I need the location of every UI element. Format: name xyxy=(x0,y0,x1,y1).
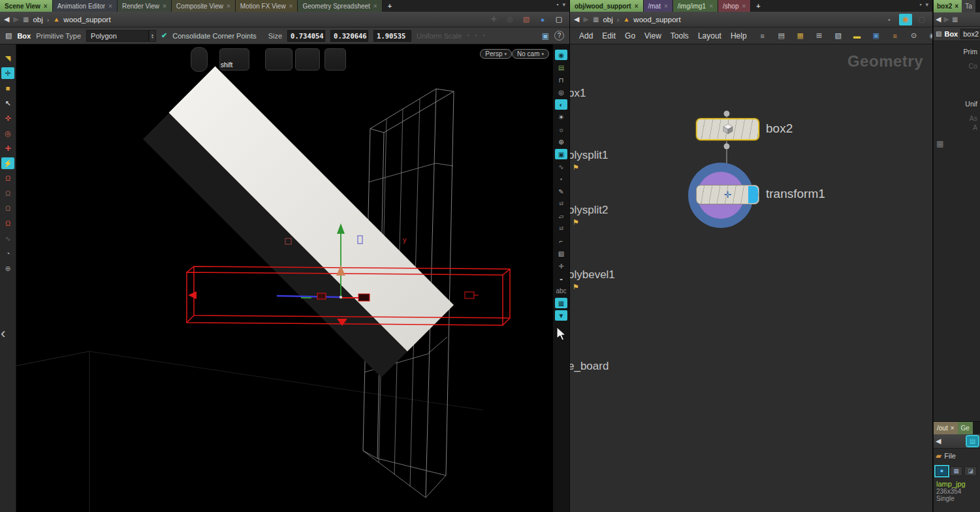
camera-menu[interactable]: No cam▾ xyxy=(512,49,549,59)
network-canvas[interactable]: Geometry ox1 olysplit1 ⚑ olysplit2 ⚑ oly… xyxy=(570,44,932,512)
box-tool-icon[interactable]: ■ xyxy=(1,82,14,94)
size-y-field[interactable]: 0.320646 xyxy=(330,30,368,42)
viewport-layout-icon[interactable]: ◉ xyxy=(555,50,567,60)
collapse-panel-arrow[interactable]: ‹ xyxy=(1,325,5,342)
prim-numbers-icon[interactable]: ¹² xyxy=(555,223,567,234)
node-name-field[interactable]: box2 xyxy=(960,29,980,39)
back-button[interactable]: ◀ xyxy=(574,15,579,24)
snap-magnet-icon[interactable]: Ω xyxy=(1,217,14,229)
visualizer-icon[interactable]: ▼ xyxy=(555,310,567,321)
close-icon[interactable]: × xyxy=(227,3,230,10)
select-tool-icon[interactable]: ↖ xyxy=(1,97,14,109)
handles-tool-icon[interactable]: ✜ xyxy=(1,112,14,124)
follow-badge-icon[interactable]: ◉ xyxy=(899,14,912,25)
info-icon[interactable]: ◒ xyxy=(555,273,567,283)
close-icon[interactable]: × xyxy=(108,3,112,10)
tab-shop[interactable]: /shop× xyxy=(718,0,751,12)
node-label-transform1[interactable]: transform1 xyxy=(766,187,825,201)
link-icon[interactable]: ◎ xyxy=(503,14,516,25)
size-x-field[interactable]: 0.734054 xyxy=(287,30,325,42)
node-transform1[interactable]: ✛ xyxy=(696,185,759,204)
lock-camera-icon[interactable]: ⊓ xyxy=(555,74,567,85)
list-mode-icon[interactable]: ▤ xyxy=(775,30,788,42)
dot-icon[interactable]: • xyxy=(555,174,567,184)
forward-button[interactable]: ▶ xyxy=(583,15,588,24)
network-overview-icon[interactable]: ≡ xyxy=(756,30,769,42)
bg-image-icon[interactable]: ▦ xyxy=(555,298,567,308)
pose-handles-icon[interactable]: ◎ xyxy=(1,127,14,139)
close-icon[interactable]: × xyxy=(709,3,713,10)
close-icon[interactable]: × xyxy=(373,3,377,10)
pane-maximize-icon[interactable]: ▪ xyxy=(556,1,558,8)
tab-motion-fx-view[interactable]: Motion FX View× xyxy=(236,0,298,12)
close-icon[interactable]: × xyxy=(951,424,955,432)
forward-button[interactable]: ▶ xyxy=(13,15,18,24)
close-icon[interactable]: × xyxy=(635,3,639,10)
menu-help[interactable]: Help xyxy=(731,31,747,40)
light-tool-icon[interactable]: ◥ xyxy=(1,52,14,64)
tab-render-view[interactable]: Render View× xyxy=(118,0,172,12)
light-options-icon[interactable]: ⊛ xyxy=(555,136,567,147)
tab-mat[interactable]: /mat× xyxy=(644,0,673,12)
layers-icon[interactable]: ▤ xyxy=(967,436,978,446)
close-icon[interactable]: × xyxy=(163,3,166,10)
close-icon[interactable]: × xyxy=(742,3,746,10)
menu-tools[interactable]: Tools xyxy=(671,31,689,40)
pane-menu-icon[interactable]: ▾ xyxy=(562,1,565,8)
camera-view-icon[interactable]: ▣ xyxy=(555,149,567,159)
file-node-label[interactable]: File xyxy=(944,452,956,460)
back-button[interactable]: ◀ xyxy=(936,437,941,445)
tab-partial-geo[interactable]: Ge xyxy=(958,422,973,434)
cache-icon[interactable]: ≡ xyxy=(889,30,902,42)
menu-layout[interactable]: Layout xyxy=(698,31,721,40)
pin-icon[interactable]: ✚ xyxy=(487,14,500,25)
close-icon[interactable]: × xyxy=(955,3,958,10)
perspective-menu[interactable]: Persp▾ xyxy=(480,49,512,59)
tab-img-img1[interactable]: /img/img1× xyxy=(673,0,718,12)
shape-palette-icon[interactable]: ⊞ xyxy=(813,30,826,42)
group-display-icon[interactable]: ▧ xyxy=(555,248,567,259)
show-handles-icon[interactable]: ◎ xyxy=(555,87,567,97)
cursor-3d-icon[interactable]: ⊕ xyxy=(1,263,14,274)
hand-tool-icon[interactable]: ∿ xyxy=(1,232,14,244)
tab-composite-view[interactable]: Composite View× xyxy=(172,0,236,12)
size-z-field[interactable]: 1.90535 xyxy=(373,30,411,42)
color-palette-icon[interactable]: ▦ xyxy=(794,30,807,42)
hide-objects-icon[interactable]: ∿ xyxy=(555,161,567,172)
help-icon[interactable]: ? xyxy=(554,31,564,40)
tab-out[interactable]: /out× xyxy=(934,422,958,434)
display-flag[interactable] xyxy=(748,186,758,203)
tab-geometry-spreadsheet[interactable]: Geometry Spreadsheet× xyxy=(298,0,382,12)
tab-obj-wood-support[interactable]: obj/wood_support× xyxy=(570,0,644,12)
search-icon[interactable]: ⊙ xyxy=(908,30,921,42)
dot-indicator[interactable]: • xyxy=(883,14,896,25)
close-icon[interactable]: × xyxy=(44,3,48,10)
new-tab-button[interactable]: + xyxy=(383,0,397,12)
pin-tool-icon[interactable]: ✚ xyxy=(1,142,14,154)
forward-button[interactable]: ▶ xyxy=(943,15,949,24)
menu-edit[interactable]: Edit xyxy=(602,31,616,40)
breadcrumb-root[interactable]: obj xyxy=(33,16,42,24)
close-icon[interactable]: × xyxy=(664,3,668,10)
tab-box2-params[interactable]: box2× xyxy=(934,0,962,12)
node-box2[interactable] xyxy=(696,118,759,140)
headlight-icon[interactable]: ☀ xyxy=(555,112,567,122)
snapshot-icon[interactable]: ▤ xyxy=(555,62,567,72)
sticky-note-icon[interactable]: ▬ xyxy=(851,30,864,42)
background-image-icon[interactable]: ▣ xyxy=(870,30,883,42)
breadcrumb-node[interactable]: wood_support xyxy=(63,16,110,24)
menu-go[interactable]: Go xyxy=(625,31,635,40)
parameter-grid-icon[interactable]: ▦ xyxy=(936,139,943,148)
text-display-icon[interactable]: abc xyxy=(555,285,567,296)
page-icon[interactable]: ▢ xyxy=(552,14,565,25)
primitive-type-spinner[interactable]: ▲▼ xyxy=(149,30,156,42)
add-light-icon[interactable]: ☼ xyxy=(555,124,567,135)
cop-thumb-icon[interactable]: ▦ xyxy=(950,466,962,476)
point-numbers-icon[interactable]: ¹² xyxy=(555,199,567,209)
pin-icon[interactable]: ▢ xyxy=(915,14,928,25)
scene-render[interactable]: y xyxy=(16,44,553,512)
viewport-3d[interactable]: ◥✛■↖✜◎✚⚡ΩΩΩΩ∿◔⊕ ‹ xyxy=(0,44,569,512)
edit-tool-icon[interactable]: ⚡ xyxy=(1,157,14,169)
snap-point-icon[interactable]: Ω xyxy=(1,187,14,199)
snap-grid-icon[interactable]: Ω xyxy=(1,172,14,184)
